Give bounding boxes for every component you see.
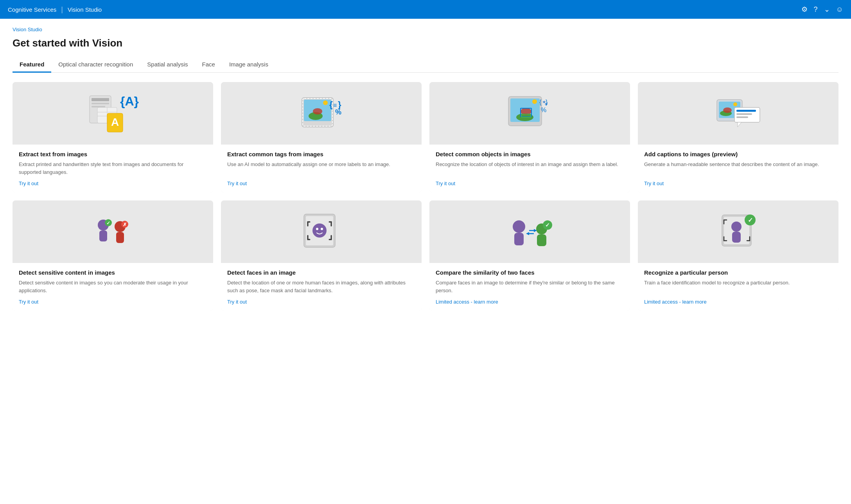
svg-text:{: { <box>329 100 333 109</box>
tab-image-analysis[interactable]: Image analysis <box>222 57 275 73</box>
svg-point-36 <box>723 107 732 113</box>
card-body-add-captions: Add captions to images (preview) Generat… <box>638 145 838 193</box>
main-content: Vision Studio Get started with Vision Fe… <box>0 19 851 504</box>
top-navigation: Cognitive Services | Vision Studio ⚙ ? ⌄… <box>0 0 851 19</box>
card-image-extract-text: A {A} <box>13 82 213 145</box>
card-detect-objects: { 🐾 } % Detect common objects in images … <box>429 82 630 193</box>
svg-rect-40 <box>736 116 748 118</box>
svg-text:%: % <box>335 108 341 116</box>
svg-rect-62 <box>537 234 546 246</box>
card-title-add-captions: Add captions to images (preview) <box>644 151 832 157</box>
card-desc-detect-objects: Recognize the location of objects of int… <box>436 161 624 176</box>
card-title-extract-text: Extract text from images <box>19 151 207 157</box>
svg-text:✓: ✓ <box>545 222 550 228</box>
card-title-sensitive-content: Detect sensitive content in images <box>19 269 207 276</box>
card-sensitive-content: ✓ ✗ Detect sensitive content in images D… <box>13 200 213 311</box>
svg-text:{A}: {A} <box>120 94 139 108</box>
card-title-compare-faces: Compare the similarity of two faces <box>436 269 624 276</box>
card-recognize-person: ✓ Recognize a particular person Train a … <box>638 200 838 311</box>
svg-rect-1 <box>92 98 109 101</box>
card-desc-extract-text: Extract printed and handwritten style te… <box>19 161 207 176</box>
card-image-compare-faces: ✓ <box>429 200 630 263</box>
chevron-down-icon[interactable]: ⌄ <box>824 5 830 14</box>
card-image-detect-objects: { 🐾 } % <box>429 82 630 145</box>
svg-rect-3 <box>92 106 105 107</box>
svg-text:A: A <box>111 116 118 128</box>
card-image-extract-tags: { ≡ } % <box>221 82 422 145</box>
svg-rect-47 <box>116 232 124 243</box>
card-body-detect-faces: Detect faces in an image Detect the loca… <box>221 263 422 311</box>
card-image-sensitive-content: ✓ ✗ <box>13 200 213 263</box>
cards-row-2: ✓ ✗ Detect sensitive content in images D… <box>13 200 838 311</box>
svg-point-25 <box>532 99 537 104</box>
card-body-sensitive-content: Detect sensitive content in images Detec… <box>13 263 213 311</box>
card-body-recognize-person: Recognize a particular person Train a fa… <box>638 263 838 311</box>
card-body-extract-tags: Extract common tags from images Use an A… <box>221 145 422 193</box>
svg-point-54 <box>321 228 323 230</box>
tab-spatial[interactable]: Spatial analysis <box>140 57 195 73</box>
card-add-captions: Add captions to images (preview) Generat… <box>638 82 838 193</box>
tab-ocr[interactable]: Optical character recognition <box>51 57 140 73</box>
card-link-extract-tags[interactable]: Try it out <box>227 181 415 186</box>
svg-point-67 <box>731 222 741 232</box>
app-name-label: Vision Studio <box>68 6 102 13</box>
cards-row-1: A {A} Extract text from images Extract p… <box>13 82 838 193</box>
svg-marker-60 <box>526 232 529 235</box>
svg-text:✓: ✓ <box>747 217 752 223</box>
card-desc-extract-tags: Use an AI model to automatically assign … <box>227 161 415 176</box>
card-image-detect-faces <box>221 200 422 263</box>
svg-point-52 <box>312 223 327 238</box>
card-title-recognize-person: Recognize a particular person <box>644 269 832 276</box>
card-detect-faces: Detect faces in an image Detect the loca… <box>221 200 422 311</box>
card-title-detect-faces: Detect faces in an image <box>227 269 415 276</box>
card-body-compare-faces: Compare the similarity of two faces Comp… <box>429 263 630 311</box>
svg-marker-41 <box>738 122 741 127</box>
svg-rect-38 <box>736 110 756 112</box>
svg-rect-39 <box>736 113 752 115</box>
svg-point-14 <box>313 108 322 114</box>
card-link-sensitive-content[interactable]: Try it out <box>19 299 207 305</box>
card-image-add-captions <box>638 82 838 145</box>
account-icon[interactable]: ☺ <box>836 5 843 14</box>
tab-face[interactable]: Face <box>195 57 222 73</box>
card-link-add-captions[interactable]: Try it out <box>644 181 832 186</box>
card-body-detect-objects: Detect common objects in images Recogniz… <box>429 145 630 193</box>
tab-bar: Featured Optical character recognition S… <box>13 57 838 73</box>
svg-text:✓: ✓ <box>106 220 110 226</box>
nav-icons: ⚙ ? ⌄ ☺ <box>801 5 843 14</box>
help-icon[interactable]: ? <box>814 5 818 14</box>
card-desc-recognize-person: Train a face identification model to rec… <box>644 279 832 294</box>
card-desc-add-captions: Generate a human-readable sentence that … <box>644 161 832 176</box>
svg-rect-56 <box>514 233 524 245</box>
card-link-detect-faces[interactable]: Try it out <box>227 299 415 305</box>
svg-rect-43 <box>99 231 107 241</box>
card-compare-faces: ✓ Compare the similarity of two faces Co… <box>429 200 630 311</box>
brand-label: Cognitive Services <box>8 6 56 13</box>
settings-icon[interactable]: ⚙ <box>801 5 808 14</box>
card-body-extract-text: Extract text from images Extract printed… <box>13 145 213 193</box>
svg-text:✗: ✗ <box>123 222 127 227</box>
svg-rect-68 <box>732 232 741 243</box>
card-image-recognize-person: ✓ <box>638 200 838 263</box>
nav-divider: | <box>61 5 63 14</box>
card-link-detect-objects[interactable]: Try it out <box>436 181 624 186</box>
svg-point-55 <box>513 220 525 233</box>
card-link-compare-faces[interactable]: Limited access - learn more <box>436 299 624 305</box>
card-link-extract-text[interactable]: Try it out <box>19 181 207 186</box>
page-title: Get started with Vision <box>13 37 838 49</box>
svg-text:%: % <box>541 107 546 113</box>
breadcrumb[interactable]: Vision Studio <box>13 27 838 32</box>
card-extract-tags: { ≡ } % Extract common tags from images … <box>221 82 422 193</box>
card-link-recognize-person[interactable]: Limited access - learn more <box>644 299 832 305</box>
svg-point-34 <box>733 102 737 106</box>
card-extract-text: A {A} Extract text from images Extract p… <box>13 82 213 193</box>
tab-featured[interactable]: Featured <box>13 57 51 73</box>
card-desc-detect-faces: Detect the location of one or more human… <box>227 279 415 294</box>
card-title-extract-tags: Extract common tags from images <box>227 151 415 157</box>
svg-text:{: { <box>539 99 542 105</box>
svg-point-53 <box>316 228 318 230</box>
svg-text:}: } <box>546 99 548 105</box>
svg-point-15 <box>323 100 328 105</box>
card-title-detect-objects: Detect common objects in images <box>436 151 624 157</box>
card-desc-sensitive-content: Detect sensitive content in images so yo… <box>19 279 207 294</box>
